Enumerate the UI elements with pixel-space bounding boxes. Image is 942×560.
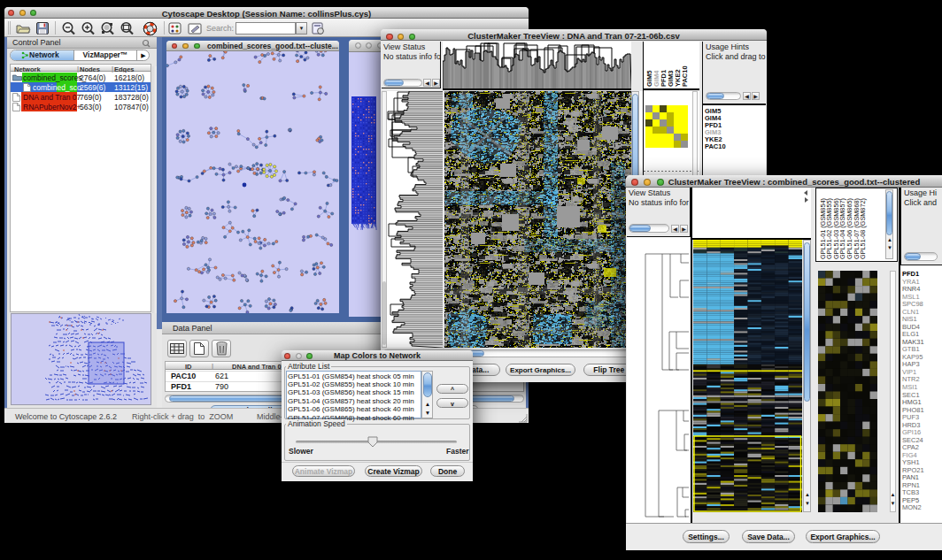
svg-text:GPL51-08 (GSM872): GPL51-08 (GSM872) bbox=[859, 198, 867, 259]
svg-text:PAC10: PAC10 bbox=[681, 65, 689, 87]
